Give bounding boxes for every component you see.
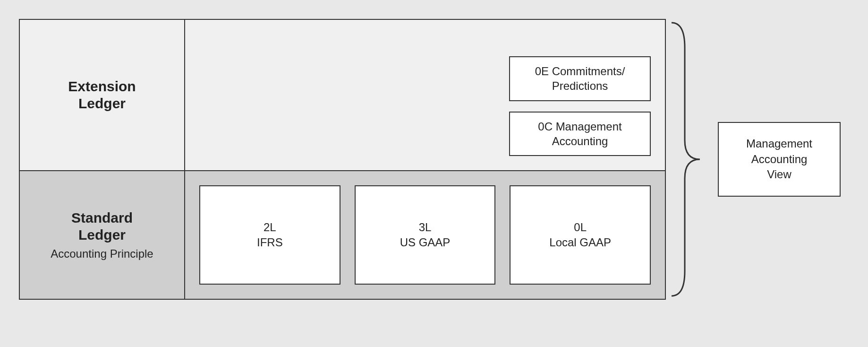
- extension-ledger-content: 0E Commitments/ Predictions 0C Managemen…: [185, 20, 665, 170]
- local-gaap-box: 0L Local GAAP: [510, 185, 651, 285]
- brace-icon: [666, 19, 704, 300]
- extension-ledger-label-cell: Extension Ledger: [20, 20, 185, 170]
- box-line: 0E Commitments/: [520, 64, 639, 78]
- extension-ledger-row: Extension Ledger 0E Commitments/ Predict…: [20, 20, 665, 171]
- title-line: Ledger: [68, 95, 136, 112]
- ledger-table: Extension Ledger 0E Commitments/ Predict…: [19, 19, 666, 300]
- title-line: Ledger: [71, 226, 133, 243]
- box-line: Accounting: [520, 134, 639, 148]
- standard-ledger-content: 2L IFRS 3L US GAAP 0L Local GAAP: [185, 171, 665, 299]
- commitments-box: 0E Commitments/ Predictions: [509, 56, 651, 101]
- standard-ledger-title: Standard Ledger: [71, 209, 133, 243]
- standard-ledger-row: Standard Ledger Accounting Principle 2L …: [20, 171, 665, 299]
- box-code: 2L: [264, 220, 276, 235]
- title-line: Extension: [68, 78, 136, 95]
- box-code: 3L: [419, 220, 432, 235]
- box-name: US GAAP: [400, 235, 451, 250]
- box-code: 0L: [574, 220, 587, 235]
- box-name: IFRS: [257, 235, 283, 250]
- management-accounting-box: 0C Management Accounting: [509, 112, 651, 156]
- box-name: Local GAAP: [549, 235, 611, 250]
- us-gaap-box: 3L US GAAP: [355, 185, 496, 285]
- title-line: Standard: [71, 209, 133, 226]
- extension-ledger-title: Extension Ledger: [68, 78, 136, 112]
- management-accounting-view-box: Management Accounting View: [718, 122, 841, 196]
- mview-line: Management: [729, 136, 829, 151]
- mview-line: Accounting: [729, 152, 829, 167]
- standard-ledger-label-cell: Standard Ledger Accounting Principle: [20, 171, 185, 299]
- diagram-root: Extension Ledger 0E Commitments/ Predict…: [19, 19, 849, 300]
- box-line: Predictions: [520, 78, 639, 93]
- ifrs-box: 2L IFRS: [199, 185, 340, 285]
- box-line: 0C Management: [520, 119, 639, 134]
- standard-ledger-subtitle: Accounting Principle: [51, 247, 153, 260]
- mview-line: View: [729, 167, 829, 182]
